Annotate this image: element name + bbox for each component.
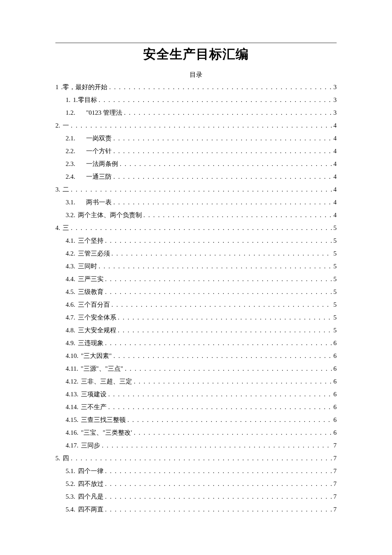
toc-leader-dots	[113, 145, 332, 157]
toc-entry-number: 4.13.	[66, 388, 78, 401]
toc-entry-page: 4	[334, 119, 337, 132]
toc-entry-text: 两个主体、两个负责制	[78, 209, 142, 221]
toc-entry-number: 4.16.	[66, 426, 78, 439]
toc-entry-number: 4.4.	[66, 273, 75, 285]
toc-entry: 4.7.三个安全体系5	[55, 311, 337, 324]
toc-leader-dots	[108, 401, 332, 413]
toc-leader-dots	[134, 426, 332, 439]
toc-entry-text: 四不两直	[78, 503, 104, 516]
toc-entry: 4.9.三违现象6	[55, 337, 337, 349]
toc-leader-dots	[113, 132, 332, 145]
toc-leader-dots	[105, 285, 332, 298]
toc-entry-page: 6	[334, 362, 337, 375]
toc-entry-number: 4.5.	[66, 285, 75, 298]
toc-entry-page: 5	[334, 273, 337, 285]
toc-leader-dots	[105, 477, 332, 490]
toc-entry-text: 三级教育	[78, 285, 104, 298]
toc-leader-dots	[118, 311, 332, 324]
toc-entry-page: 3	[334, 106, 337, 119]
toc-leader-dots	[113, 349, 331, 362]
toc-entry: 4.2.三管三必须5	[55, 247, 337, 260]
toc-entry-number: 4.17.	[66, 439, 78, 452]
toc-entry-number: 2.3.	[66, 157, 84, 170]
toc-entry-page: 6	[334, 426, 337, 439]
toc-entry-number: 3.	[55, 183, 60, 196]
toc-entry-page: 6	[334, 349, 337, 362]
toc-entry: 1.2."0123 管理法3	[55, 106, 337, 119]
toc-entry: 5.3.四个凡是7	[55, 490, 337, 503]
toc-entry-text: 三个坚持	[78, 234, 104, 247]
toc-entry-number: 1.2.	[66, 106, 84, 119]
toc-entry-number: 4.10.	[66, 349, 78, 362]
toc-entry-number: 2.4.	[66, 170, 84, 183]
toc-entry-text: 三非、三超、三定	[81, 375, 132, 388]
toc-entry-number: 5.1.	[66, 465, 75, 477]
toc-leader-dots	[99, 260, 332, 273]
toc-entry-number: 1	[55, 81, 59, 93]
toc-entry-text: "0123 管理法	[86, 106, 122, 119]
toc-entry-text: 四个凡是	[78, 490, 104, 503]
toc-entry-page: 6	[334, 401, 337, 413]
toc-entry-page: 6	[334, 413, 337, 426]
toc-leader-dots	[105, 490, 332, 503]
toc-leader-dots	[105, 234, 332, 247]
toc-entry-page: 4	[334, 157, 337, 170]
toc-entry-text: "三源"、"三点"	[81, 362, 123, 375]
toc-leader-dots	[125, 362, 332, 375]
document-title: 安全生产目标汇编	[55, 46, 337, 63]
toc-entry-number: 5.4.	[66, 503, 75, 516]
toc-leader-dots	[99, 93, 332, 106]
toc-entry: 2.一4	[55, 119, 337, 132]
toc-entry-number: 4.6.	[66, 298, 75, 311]
toc-entry-page: 7	[334, 439, 337, 452]
toc-entry-text: 1.零目标	[73, 93, 97, 106]
toc-entry-number: 3.2.	[66, 209, 75, 221]
toc-entry: 4.11."三源"、"三点"6	[55, 362, 337, 375]
toc-entry: 1.零，最好的开始3	[55, 81, 337, 93]
toc-entry-number: 4.1.	[66, 234, 75, 247]
toc-entry-number: 2.1.	[66, 132, 84, 145]
toc-entry: 2.4.一通三防4	[55, 170, 337, 183]
toc-entry-page: 3	[334, 93, 337, 106]
toc-entry-page: 7	[334, 452, 337, 465]
toc-leader-dots	[124, 106, 332, 119]
toc-entry-page: 4	[334, 170, 337, 183]
toc-leader-dots	[71, 119, 331, 132]
toc-entry-text: 二	[63, 183, 69, 196]
toc-entry-page: 5	[334, 324, 337, 337]
toc-entry-text: 四个一律	[78, 465, 104, 477]
toc-entry: 5.2.四不放过7	[55, 477, 337, 490]
toc-entry-page: 4	[334, 145, 337, 157]
toc-entry-text: 三个安全体系	[78, 311, 116, 324]
toc-entry: 4.15.三查三找三整顿6	[55, 413, 337, 426]
toc-entry-text: "三宝、"三类整改'	[81, 426, 132, 439]
toc-entry-text: 四不放过	[78, 477, 104, 490]
toc-leader-dots	[109, 81, 331, 93]
toc-entry-text: 三严三实	[78, 273, 104, 285]
toc-entry-number: 2.2.	[66, 145, 84, 157]
toc-entry-page: 4	[334, 132, 337, 145]
toc-entry: 4.三5	[55, 221, 337, 234]
toc-entry-text: 三项建设	[81, 388, 107, 401]
toc-entry-number: 4.2.	[66, 247, 75, 260]
toc-entry-page: 5	[334, 221, 337, 234]
toc-leader-dots	[102, 439, 332, 452]
top-rule	[55, 43, 337, 43]
toc-entry: 2.2.一个方针4	[55, 145, 337, 157]
toc-entry-text: 两书一表	[86, 196, 112, 209]
toc-entry-page: 7	[334, 465, 337, 477]
toc-entry-page: 4	[334, 183, 337, 196]
toc-entry-text: 三不生产	[81, 401, 107, 413]
toc-entry-page: 5	[334, 311, 337, 324]
toc-entry-text: 一个方针	[86, 145, 112, 157]
toc-entry: 2.1.一岗双责4	[55, 132, 337, 145]
toc-entry-page: 5	[334, 247, 337, 260]
toc-leader-dots	[112, 298, 332, 311]
toc-entry-number: 4.	[55, 221, 60, 234]
toc-entry-page: 3	[334, 81, 337, 93]
toc-label: 目录	[55, 71, 337, 79]
toc-entry-number: 4.8.	[66, 324, 75, 337]
toc-entry-number: 5.2.	[66, 477, 75, 490]
toc-entry-number: 4.12.	[66, 375, 78, 388]
toc-entry: 3.二4	[55, 183, 337, 196]
